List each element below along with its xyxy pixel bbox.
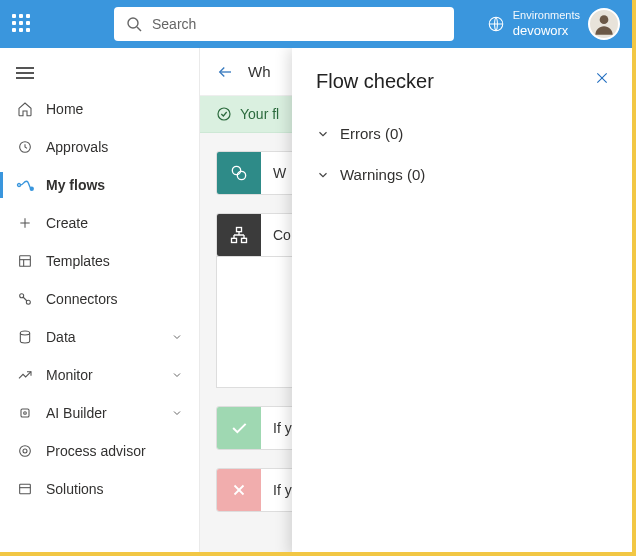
ai-icon (16, 404, 34, 422)
svg-point-6 (30, 187, 33, 190)
connectors-icon (16, 290, 34, 308)
sidebar-item-label: Data (46, 329, 76, 345)
svg-point-3 (600, 15, 609, 24)
sidebar-item-label: Solutions (46, 481, 104, 497)
sidebar-item-label: Approvals (46, 139, 108, 155)
sidebar-item-label: Templates (46, 253, 110, 269)
svg-point-24 (232, 166, 240, 174)
menu-toggle-button[interactable] (0, 56, 199, 90)
svg-line-1 (137, 27, 141, 31)
sidebar-item-label: AI Builder (46, 405, 107, 421)
svg-rect-28 (242, 238, 247, 242)
arrow-left-icon (216, 63, 234, 81)
sidebar: Home Approvals My flows Create Templates… (0, 48, 200, 556)
sidebar-item-label: Monitor (46, 367, 93, 383)
chevron-down-icon (171, 369, 183, 381)
main-canvas: Wh Your fl W Co ＋ (200, 48, 632, 556)
sidebar-item-home[interactable]: Home (0, 90, 199, 128)
check-circle-icon (216, 106, 232, 122)
plus-icon (16, 214, 34, 232)
templates-icon (16, 252, 34, 270)
person-icon (591, 11, 617, 37)
svg-point-15 (20, 331, 29, 335)
svg-point-19 (23, 449, 27, 453)
warnings-label: Warnings (0) (340, 166, 425, 183)
home-icon (16, 100, 34, 118)
sidebar-item-monitor[interactable]: Monitor (0, 356, 199, 394)
svg-point-5 (18, 184, 21, 187)
sidebar-item-approvals[interactable]: Approvals (0, 128, 199, 166)
search-input[interactable] (152, 16, 442, 32)
monitor-icon (16, 366, 34, 384)
sidebar-item-myflows[interactable]: My flows (0, 166, 199, 204)
sidebar-item-label: My flows (46, 177, 105, 193)
flow-icon (16, 176, 34, 194)
chevron-down-icon (171, 407, 183, 419)
svg-line-14 (23, 297, 27, 301)
svg-rect-9 (20, 256, 31, 267)
svg-rect-20 (20, 484, 31, 493)
sidebar-item-label: Connectors (46, 291, 118, 307)
flow-title: Wh (248, 63, 271, 80)
check-icon (217, 406, 261, 450)
svg-rect-27 (232, 238, 237, 242)
x-icon (217, 468, 261, 512)
chevron-down-icon (316, 127, 330, 141)
sidebar-item-label: Process advisor (46, 443, 146, 459)
svg-point-23 (218, 108, 230, 120)
sidebar-item-data[interactable]: Data (0, 318, 199, 356)
svg-point-17 (24, 412, 27, 415)
sidebar-item-processadvisor[interactable]: Process advisor (0, 432, 199, 470)
avatar[interactable] (588, 8, 620, 40)
process-icon (16, 442, 34, 460)
globe-icon (487, 15, 505, 33)
flow-checker-panel: Flow checker Errors (0) Warnings (0) (292, 48, 632, 556)
environment-switcher[interactable]: Environments devoworx (487, 8, 620, 40)
search-box[interactable] (114, 7, 454, 41)
sidebar-item-create[interactable]: Create (0, 204, 199, 242)
back-button[interactable] (216, 63, 234, 81)
svg-rect-16 (21, 409, 29, 417)
svg-rect-26 (237, 228, 242, 232)
chevron-down-icon (171, 331, 183, 343)
svg-point-25 (237, 171, 245, 179)
environment-label: Environments devoworx (513, 9, 580, 39)
search-icon (126, 16, 142, 32)
sidebar-item-solutions[interactable]: Solutions (0, 470, 199, 508)
success-text: Your fl (240, 106, 279, 122)
sidebar-item-label: Home (46, 101, 83, 117)
panel-title: Flow checker (316, 70, 608, 93)
top-bar: Environments devoworx (0, 0, 632, 48)
solutions-icon (16, 480, 34, 498)
svg-point-0 (128, 18, 138, 28)
sidebar-item-aibuilder[interactable]: AI Builder (0, 394, 199, 432)
svg-point-18 (20, 446, 31, 457)
data-icon (16, 328, 34, 346)
sidebar-item-label: Create (46, 215, 88, 231)
sidebar-item-connectors[interactable]: Connectors (0, 280, 199, 318)
close-button[interactable] (594, 70, 610, 86)
sidebar-item-templates[interactable]: Templates (0, 242, 199, 280)
errors-row[interactable]: Errors (0) (316, 113, 608, 154)
sharepoint-icon (217, 151, 261, 195)
app-launcher-icon[interactable] (12, 14, 32, 34)
close-icon (594, 70, 610, 86)
approvals-icon (16, 138, 34, 156)
warnings-row[interactable]: Warnings (0) (316, 154, 608, 195)
condition-icon (217, 213, 261, 257)
chevron-down-icon (316, 168, 330, 182)
errors-label: Errors (0) (340, 125, 403, 142)
